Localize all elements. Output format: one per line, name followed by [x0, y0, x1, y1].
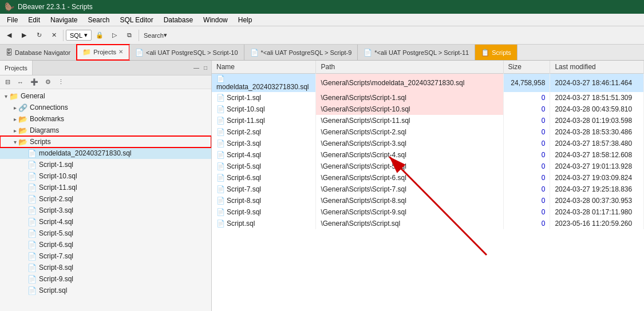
- left-panel: Projects — □ ⊟ ↔ ➕ ⚙ ⋮ ▾📁General▸🔗Connec…: [0, 61, 212, 311]
- new-folder-button[interactable]: ➕: [27, 77, 41, 87]
- tree-icon-file-script: 📄: [27, 286, 37, 295]
- tree-item-connections[interactable]: ▸🔗Connections: [0, 102, 211, 113]
- tree-toggle-bookmarks[interactable]: ▸: [11, 116, 18, 122]
- sql-button[interactable]: SQL ▾: [66, 30, 92, 41]
- back-button[interactable]: ◀: [2, 29, 16, 42]
- tree-item-file-script11[interactable]: 📄Script-11.sql: [0, 182, 211, 193]
- tree-item-file-modeldata[interactable]: 📄modeldata_202403271830.sql: [0, 147, 211, 159]
- table-row[interactable]: 📄Script-4.sql\General\Scripts\Script-4.s…: [212, 149, 644, 161]
- table-row[interactable]: 📄Script-8.sql\General\Scripts\Script-8.s…: [212, 195, 644, 206]
- table-row[interactable]: 📄Script-2.sql\General\Scripts\Script-2.s…: [212, 126, 644, 138]
- file-name-cell: 📄Script-6.sql: [212, 172, 316, 184]
- tree-item-file-script5[interactable]: 📄Script-5.sql: [0, 228, 211, 239]
- forward-button[interactable]: ▶: [17, 29, 31, 42]
- table-row[interactable]: 📄Script-3.sql\General\Scripts\Script-3.s…: [212, 138, 644, 149]
- table-row[interactable]: 📄Script-7.sql\General\Scripts\Script-7.s…: [212, 184, 644, 195]
- tree-icon-connections: 🔗: [18, 103, 27, 112]
- run-script-button[interactable]: ⧉: [123, 29, 136, 42]
- tree-item-scripts[interactable]: ▾📂Scripts: [0, 136, 211, 147]
- tree-label-file-script6: Script-6.sql: [39, 241, 73, 249]
- tree-icon-file-script1: 📄: [27, 161, 37, 169]
- col-header-path[interactable]: Path: [316, 61, 503, 74]
- file-path-cell: \General\Scripts\Script-7.sql: [316, 184, 503, 195]
- file-modified-cell: 2024-03-27 18:46:11.464: [550, 74, 644, 93]
- menu-item-search[interactable]: Search: [83, 15, 114, 25]
- tree-item-file-script2[interactable]: 📄Script-2.sql: [0, 193, 211, 205]
- title-bar: 🦫 DBeaver 22.3.1 - Scripts: [0, 0, 644, 14]
- tab-scripts-panel[interactable]: 📋 Scripts: [475, 45, 517, 60]
- col-header-modified[interactable]: Last modified: [550, 61, 644, 74]
- tab-editor-script11[interactable]: 📄 *<ali UAT PostgreSQL > Script-11: [358, 45, 475, 60]
- collapse-all-button[interactable]: ⊟: [2, 77, 13, 87]
- tab-editor-script9[interactable]: 📄 *<ali UAT PostgreSQL > Script-9: [244, 45, 358, 60]
- menu-item-database[interactable]: Database: [159, 15, 197, 25]
- table-row[interactable]: 📄Script-5.sql\General\Scripts\Script-5.s…: [212, 161, 644, 172]
- tree-item-general[interactable]: ▾📁General: [0, 90, 211, 102]
- table-row[interactable]: 📄Script.sql\General\Scripts\Script.sql02…: [212, 218, 644, 229]
- table-row[interactable]: 📄Script-6.sql\General\Scripts\Script-6.s…: [212, 172, 644, 184]
- menu-item-sql editor[interactable]: SQL Editor: [115, 15, 157, 25]
- table-row[interactable]: 📄Script-9.sql\General\Scripts\Script-9.s…: [212, 206, 644, 218]
- col-header-size[interactable]: Size: [503, 61, 550, 74]
- menu-item-edit[interactable]: Edit: [23, 15, 45, 25]
- tree-label-bookmarks: Bookmarks: [30, 115, 64, 123]
- menu-item-window[interactable]: Window: [199, 15, 232, 25]
- run-button[interactable]: ▷: [108, 29, 121, 42]
- tree-item-diagrams[interactable]: ▸📂Diagrams: [0, 125, 211, 136]
- file-modified-cell: 2024-03-28 01:17:11.980: [550, 206, 644, 218]
- title-text: DBeaver 22.3.1 - Scripts: [18, 3, 93, 11]
- menu-item-navigate[interactable]: Navigate: [46, 15, 82, 25]
- tree-toggle-scripts[interactable]: ▾: [11, 139, 18, 145]
- stop-button[interactable]: ✕: [47, 29, 61, 42]
- tree-icon-file-script4: 📄: [27, 218, 37, 226]
- file-modified-cell: 2024-03-27 19:01:13.928: [550, 161, 644, 172]
- link-editor-button[interactable]: ↔: [14, 78, 26, 87]
- tree-item-file-script9[interactable]: 📄Script-9.sql: [0, 273, 211, 285]
- tree-item-file-script3[interactable]: 📄Script-3.sql: [0, 205, 211, 216]
- menu-item-help[interactable]: Help: [234, 15, 257, 25]
- table-row[interactable]: 📄Script-1.sql\General\Scripts\Script-1.s…: [212, 92, 644, 103]
- file-path-cell: \General\Scripts\Script-11.sql: [316, 115, 503, 126]
- tree-toggle-connections[interactable]: ▸: [11, 105, 18, 111]
- search-button[interactable]: Search ▾: [141, 29, 169, 42]
- lock-button[interactable]: 🔒: [93, 29, 106, 42]
- projects-label: Projects: [93, 49, 116, 55]
- file-modified-cell: 2024-03-27 18:58:12.608: [550, 149, 644, 161]
- tree-label-file-script5: Script-5.sql: [39, 229, 73, 237]
- more-button[interactable]: ⋮: [55, 77, 67, 87]
- tree-icon-file-script6: 📄: [27, 241, 37, 249]
- panel-tab-bar: 🗄 Database Navigator 📁 Projects ✕ 📄 <ali…: [0, 45, 644, 61]
- tree-item-file-script8[interactable]: 📄Script-8.sql: [0, 262, 211, 273]
- tree-item-file-script1[interactable]: 📄Script-1.sql: [0, 159, 211, 170]
- menu-item-file[interactable]: File: [2, 15, 22, 25]
- tab-db-navigator[interactable]: 🗄 Database Navigator: [0, 45, 77, 60]
- file-path-cell: \General\Scripts\Script-8.sql: [316, 195, 503, 206]
- tree-item-file-script10[interactable]: 📄Script-10.sql: [0, 170, 211, 182]
- left-tab-active[interactable]: Projects: [0, 61, 33, 75]
- table-row[interactable]: 📄Script-10.sql\General\Scripts\Script-10…: [212, 103, 644, 115]
- tree-item-file-script7[interactable]: 📄Script-7.sql: [0, 250, 211, 262]
- editor3-label: *<ali UAT PostgreSQL > Script-11: [374, 49, 469, 56]
- tree-item-file-script4[interactable]: 📄Script-4.sql: [0, 216, 211, 228]
- editor2-label: *<ali UAT PostgreSQL > Script-9: [261, 49, 352, 56]
- tab-projects[interactable]: 📁 Projects ✕: [77, 45, 129, 60]
- tree-item-bookmarks[interactable]: ▸📂Bookmarks: [0, 113, 211, 125]
- tree-icon-file-script3: 📄: [27, 206, 37, 215]
- maximize-panel-button[interactable]: □: [202, 64, 209, 71]
- file-icon: 📄: [216, 151, 225, 159]
- left-tab-label: Projects: [5, 65, 27, 71]
- minimize-panel-button[interactable]: —: [192, 64, 201, 71]
- projects-close-button[interactable]: ✕: [118, 49, 123, 55]
- tab-editor-script10[interactable]: 📄 <ali UAT PostgreSQL > Script-10: [129, 45, 244, 60]
- tree-item-file-script[interactable]: 📄Script.sql: [0, 285, 211, 296]
- tree-icon-diagrams: 📂: [18, 126, 27, 135]
- tree-toggle-general[interactable]: ▾: [2, 93, 9, 99]
- tree-toggle-diagrams[interactable]: ▸: [11, 127, 18, 134]
- settings-button[interactable]: ⚙: [42, 77, 54, 87]
- col-header-name[interactable]: Name: [212, 61, 316, 74]
- table-row[interactable]: 📄modeldata_202403271830.sql\General\Scri…: [212, 74, 644, 93]
- table-row[interactable]: 📄Script-11.sql\General\Scripts\Script-11…: [212, 115, 644, 126]
- file-path-cell: \General\Scripts\Script-4.sql: [316, 149, 503, 161]
- refresh-button[interactable]: ↻: [32, 29, 46, 42]
- tree-item-file-script6[interactable]: 📄Script-6.sql: [0, 239, 211, 250]
